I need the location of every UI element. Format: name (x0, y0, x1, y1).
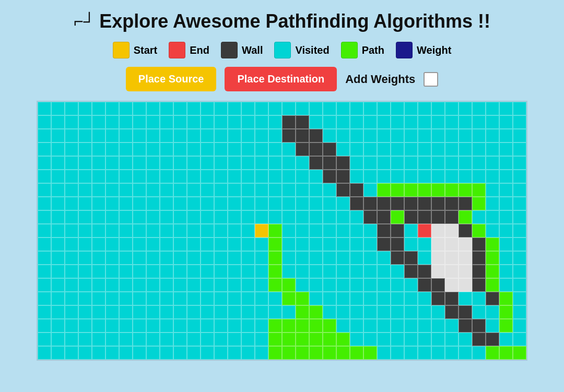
table-row[interactable] (391, 156, 404, 170)
table-row[interactable] (187, 278, 201, 292)
table-row[interactable] (296, 305, 309, 319)
table-row[interactable] (38, 210, 51, 224)
table-row[interactable] (214, 115, 228, 129)
table-row[interactable] (513, 170, 526, 183)
table-row[interactable] (377, 292, 391, 305)
table-row[interactable] (486, 156, 499, 170)
table-row[interactable] (92, 237, 105, 251)
table-row[interactable] (228, 129, 241, 142)
table-row[interactable] (499, 142, 513, 156)
table-row[interactable] (133, 346, 146, 360)
table-row[interactable] (228, 251, 241, 265)
table-row[interactable] (282, 265, 296, 278)
table-row[interactable] (336, 156, 350, 170)
table-row[interactable] (268, 210, 282, 224)
table-row[interactable] (187, 265, 201, 278)
table-row[interactable] (173, 142, 187, 156)
table-row[interactable] (160, 278, 173, 292)
table-row[interactable] (146, 265, 160, 278)
table-row[interactable] (241, 170, 255, 183)
table-row[interactable] (472, 210, 486, 224)
table-row[interactable] (323, 332, 336, 346)
table-row[interactable] (459, 237, 472, 251)
table-row[interactable] (499, 183, 513, 197)
table-row[interactable] (418, 292, 431, 305)
table-row[interactable] (513, 115, 526, 129)
table-row[interactable] (65, 224, 78, 237)
table-row[interactable] (92, 332, 105, 346)
table-row[interactable] (201, 129, 214, 142)
table-row[interactable] (255, 251, 268, 265)
table-row[interactable] (105, 319, 119, 332)
table-row[interactable] (160, 251, 173, 265)
table-row[interactable] (160, 142, 173, 156)
table-row[interactable] (228, 102, 241, 115)
table-row[interactable] (513, 224, 526, 237)
table-row[interactable] (377, 332, 391, 346)
table-row[interactable] (255, 346, 268, 360)
table-row[interactable] (160, 265, 173, 278)
table-row[interactable] (268, 170, 282, 183)
table-row[interactable] (65, 142, 78, 156)
table-row[interactable] (201, 237, 214, 251)
table-row[interactable] (391, 142, 404, 156)
table-row[interactable] (296, 197, 309, 210)
table-row[interactable] (78, 319, 92, 332)
table-row[interactable] (309, 197, 323, 210)
table-row[interactable] (51, 265, 65, 278)
table-row[interactable] (513, 197, 526, 210)
table-row[interactable] (459, 170, 472, 183)
table-row[interactable] (459, 319, 472, 332)
table-row[interactable] (78, 265, 92, 278)
table-row[interactable] (323, 170, 336, 183)
table-row[interactable] (336, 183, 350, 197)
table-row[interactable] (350, 319, 363, 332)
table-row[interactable] (282, 183, 296, 197)
table-row[interactable] (445, 210, 459, 224)
table-row[interactable] (51, 224, 65, 237)
table-row[interactable] (499, 224, 513, 237)
table-row[interactable] (214, 170, 228, 183)
table-row[interactable] (146, 237, 160, 251)
table-row[interactable] (268, 265, 282, 278)
table-row[interactable] (65, 197, 78, 210)
table-row[interactable] (499, 305, 513, 319)
table-row[interactable] (268, 237, 282, 251)
table-row[interactable] (391, 251, 404, 265)
table-row[interactable] (391, 129, 404, 142)
table-row[interactable] (38, 251, 51, 265)
table-row[interactable] (472, 102, 486, 115)
table-row[interactable] (268, 278, 282, 292)
table-row[interactable] (160, 197, 173, 210)
table-row[interactable] (513, 292, 526, 305)
table-row[interactable] (282, 170, 296, 183)
table-row[interactable] (119, 305, 133, 319)
table-row[interactable] (363, 210, 377, 224)
table-row[interactable] (51, 346, 65, 360)
table-row[interactable] (241, 319, 255, 332)
table-row[interactable] (323, 183, 336, 197)
table-row[interactable] (377, 237, 391, 251)
table-row[interactable] (336, 278, 350, 292)
table-row[interactable] (282, 346, 296, 360)
table-row[interactable] (146, 183, 160, 197)
table-row[interactable] (350, 305, 363, 319)
table-row[interactable] (445, 102, 459, 115)
table-row[interactable] (160, 170, 173, 183)
table-row[interactable] (38, 265, 51, 278)
table-row[interactable] (350, 346, 363, 360)
table-row[interactable] (78, 346, 92, 360)
table-row[interactable] (105, 265, 119, 278)
table-row[interactable] (146, 142, 160, 156)
table-row[interactable] (363, 278, 377, 292)
table-row[interactable] (228, 170, 241, 183)
table-row[interactable] (65, 129, 78, 142)
table-row[interactable] (513, 129, 526, 142)
table-row[interactable] (282, 129, 296, 142)
table-row[interactable] (431, 224, 445, 237)
table-row[interactable] (472, 265, 486, 278)
table-row[interactable] (459, 183, 472, 197)
table-row[interactable] (241, 237, 255, 251)
table-row[interactable] (105, 305, 119, 319)
table-row[interactable] (241, 183, 255, 197)
